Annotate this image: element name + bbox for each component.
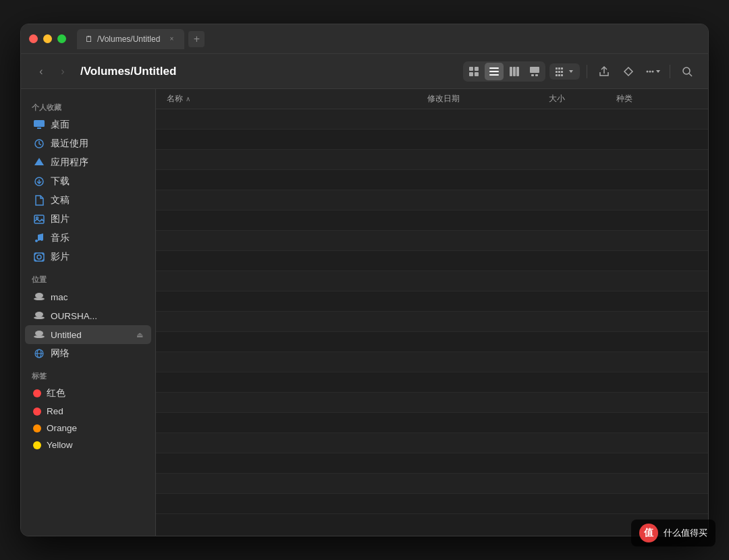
table-row[interactable]	[156, 393, 708, 413]
tag-red-en-dot	[33, 408, 41, 416]
forward-button[interactable]: ›	[53, 62, 72, 81]
sidebar-item-documents[interactable]: 文稿	[25, 191, 151, 210]
sidebar-item-downloads[interactable]: 下载	[25, 172, 151, 191]
column-header-size[interactable]: 大小	[549, 93, 616, 105]
table-row[interactable]	[156, 251, 708, 271]
table-row[interactable]	[156, 150, 708, 170]
svg-rect-3	[475, 72, 479, 76]
tab-bar: 🗒 /Volumes/Untitled × +	[77, 29, 700, 49]
column-header-modified[interactable]: 修改日期	[427, 93, 549, 105]
sidebar-item-music[interactable]: 音乐	[25, 229, 151, 248]
svg-rect-12	[535, 74, 538, 76]
sidebar-item-movies[interactable]: 影片	[25, 248, 151, 267]
table-row[interactable]	[156, 291, 708, 312]
recent-icon	[33, 138, 45, 150]
finder-window: 🗒 /Volumes/Untitled × + ‹ › /Volumes/Unt…	[20, 24, 709, 536]
table-row[interactable]	[156, 312, 708, 332]
sidebar-item-tag-red-en[interactable]: Red	[25, 403, 151, 420]
close-button[interactable]	[29, 34, 38, 43]
toolbar-divider	[587, 65, 587, 78]
svg-rect-4	[489, 67, 499, 69]
tags-section-label: 标签	[21, 363, 155, 384]
sidebar-item-tag-red-en-label: Red	[47, 406, 143, 416]
sidebar-item-applications[interactable]: 应用程序	[25, 153, 151, 172]
svg-rect-8	[513, 67, 516, 76]
sidebar-item-tag-red-cn[interactable]: 红色	[25, 384, 151, 403]
table-row[interactable]	[156, 433, 708, 453]
network-icon	[33, 347, 45, 360]
table-row[interactable]	[156, 474, 708, 494]
table-row[interactable]	[156, 372, 708, 393]
column-view-button[interactable]	[505, 63, 524, 80]
table-row[interactable]	[156, 190, 708, 211]
sort-arrow-icon: ∧	[186, 95, 190, 103]
sidebar-item-tag-red-cn-label: 红色	[47, 387, 143, 399]
sidebar-item-movies-label: 影片	[51, 251, 143, 263]
sidebar-item-mac-label: mac	[51, 292, 143, 302]
search-button[interactable]	[677, 61, 697, 82]
sidebar-item-oursha-label: OURSHA...	[51, 311, 143, 321]
sidebar-item-oursha[interactable]: OURSHA...	[25, 306, 151, 325]
tab-close-button[interactable]: ×	[167, 34, 176, 44]
watermark-text: 什么值得买	[664, 527, 707, 539]
svg-rect-20	[561, 71, 563, 73]
active-tab[interactable]: 🗒 /Volumes/Untitled ×	[77, 29, 184, 49]
sidebar-item-pictures[interactable]: 图片	[25, 210, 151, 229]
nav-buttons: ‹ ›	[32, 62, 72, 81]
downloads-icon	[33, 175, 45, 188]
sidebar-item-downloads-label: 下载	[51, 175, 143, 188]
table-row[interactable]	[156, 352, 708, 372]
toolbar-actions	[463, 61, 697, 82]
more-button[interactable]	[643, 61, 663, 82]
svg-point-24	[652, 70, 654, 72]
table-row[interactable]	[156, 130, 708, 150]
table-row[interactable]	[156, 494, 708, 514]
table-row[interactable]	[156, 231, 708, 251]
svg-rect-18	[558, 74, 560, 76]
new-tab-button[interactable]: +	[188, 31, 205, 47]
svg-rect-28	[37, 128, 41, 129]
tag-orange-dot	[33, 424, 41, 432]
sidebar-item-music-label: 音乐	[51, 232, 143, 244]
view-mode-group	[463, 61, 545, 82]
back-button[interactable]: ‹	[32, 62, 51, 81]
sidebar-item-pictures-label: 图片	[51, 213, 143, 225]
tab-label: /Volumes/Untitled	[97, 34, 160, 44]
share-button[interactable]	[594, 61, 614, 82]
sidebar-item-tag-orange-label: Orange	[47, 423, 143, 433]
svg-point-33	[36, 217, 38, 219]
sidebar-item-tag-orange[interactable]: Orange	[25, 420, 151, 437]
sidebar-item-desktop[interactable]: 桌面	[25, 115, 151, 134]
group-button[interactable]	[549, 63, 580, 80]
pictures-icon	[33, 213, 45, 225]
sidebar-item-mac[interactable]: mac	[25, 287, 151, 306]
sidebar-item-untitled[interactable]: Untitled ⏏	[25, 325, 151, 344]
table-row[interactable]	[156, 332, 708, 352]
table-row[interactable]	[156, 109, 708, 130]
svg-rect-1	[475, 67, 479, 71]
sidebar-item-tag-yellow[interactable]: Yellow	[25, 437, 151, 453]
svg-rect-5	[489, 71, 499, 72]
gallery-view-button[interactable]	[525, 63, 544, 80]
table-row[interactable]	[156, 170, 708, 190]
column-header-kind[interactable]: 种类	[616, 93, 697, 105]
minimize-button[interactable]	[43, 34, 52, 43]
sidebar-item-network[interactable]: 网络	[25, 344, 151, 363]
eject-icon[interactable]: ⏏	[136, 331, 143, 339]
sidebar-item-recent-label: 最近使用	[51, 138, 143, 150]
table-row[interactable]	[156, 413, 708, 433]
table-row[interactable]	[156, 271, 708, 291]
maximize-button[interactable]	[57, 34, 66, 43]
icon-view-button[interactable]	[464, 63, 483, 80]
column-header-name[interactable]: 名称 ∧	[167, 93, 427, 105]
sidebar-item-recent[interactable]: 最近使用	[25, 134, 151, 153]
path-title: /Volumes/Untitled	[80, 65, 458, 78]
sidebar: 个人收藏 桌面 最近使用 应用程序	[21, 89, 156, 536]
table-row[interactable]	[156, 453, 708, 474]
locations-section-label: 位置	[21, 267, 155, 287]
tag-button[interactable]	[618, 61, 639, 82]
svg-rect-11	[531, 74, 534, 76]
list-view-button[interactable]	[485, 63, 504, 80]
music-icon	[33, 232, 45, 244]
table-row[interactable]	[156, 211, 708, 231]
